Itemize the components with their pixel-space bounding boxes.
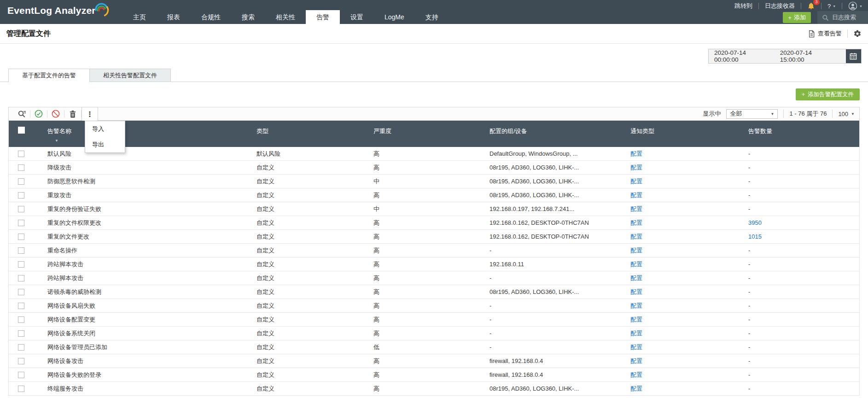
avatar-icon [848, 1, 857, 11]
pagination-range: 1 - 76 属于 76 [789, 110, 827, 118]
nav-item[interactable]: 设置 [340, 10, 374, 24]
enable-alert-button[interactable] [30, 107, 47, 120]
settings-button[interactable] [853, 29, 862, 38]
alert-severity: 高 [373, 246, 489, 255]
column-header-type[interactable]: 类型 [256, 121, 373, 147]
log-receiver-link[interactable]: 日志接收器 [765, 2, 795, 10]
add-button[interactable]: + 添加 [783, 12, 811, 23]
nav-item[interactable]: 主页 [122, 10, 157, 24]
row-checkbox[interactable] [18, 372, 24, 378]
row-checkbox[interactable] [18, 358, 24, 364]
search-filter-icon [17, 110, 26, 118]
configure-link[interactable]: 配置 [630, 178, 642, 185]
configure-link[interactable]: 配置 [630, 192, 642, 199]
alert-devices: 08r195, AD360, LOG360, LIHK-... [489, 192, 630, 199]
row-checkbox[interactable] [18, 344, 24, 351]
nav-item[interactable]: LogMe [374, 10, 415, 24]
alert-severity: 高 [373, 329, 489, 338]
row-checkbox[interactable] [18, 261, 24, 268]
alert-devices: 192.168.0.162, DESKTOP-0THC7AN [489, 219, 630, 226]
column-header-count[interactable]: 告警数量 [748, 121, 859, 147]
row-checkbox[interactable] [18, 316, 24, 323]
menu-item[interactable]: 导出 [85, 137, 125, 152]
row-checkbox[interactable] [18, 303, 24, 309]
page-size-select[interactable]: 100 ▼ [838, 111, 855, 117]
nav-item[interactable]: 合规性 [191, 10, 231, 24]
nav-item[interactable]: 告警 [306, 10, 340, 24]
configure-link[interactable]: 配置 [630, 288, 642, 295]
more-actions-button[interactable]: ⋮ [82, 107, 98, 121]
date-from: 2020-07-14 00:00:00 [714, 49, 771, 63]
nav-item[interactable]: 支持 [415, 10, 449, 24]
nav-item[interactable]: 报表 [157, 10, 191, 24]
configure-link[interactable]: 配置 [630, 302, 642, 309]
alert-severity: 高 [373, 233, 489, 241]
divider [783, 110, 784, 118]
configure-link[interactable]: 配置 [630, 357, 642, 364]
row-checkbox[interactable] [18, 164, 24, 171]
logo-text: EventLog Analyzer [7, 5, 96, 16]
row-checkbox[interactable] [18, 220, 24, 226]
disable-alert-button[interactable] [47, 107, 64, 120]
configure-link[interactable]: 配置 [630, 219, 642, 226]
alert-count: - [748, 192, 859, 199]
table-row: 降级攻击 自定义 高 08r195, AD360, LOG360, LIHK-.… [9, 161, 859, 175]
delete-alert-button[interactable] [64, 107, 81, 120]
column-header-severity[interactable]: 严重度 [373, 121, 489, 147]
configure-link[interactable]: 配置 [630, 344, 642, 351]
date-range-picker[interactable]: 2020-07-14 00:00:00 2020-07-14 15:00:00 [708, 49, 862, 64]
column-header-notification[interactable]: 通知类型 [630, 121, 748, 147]
log-search-box[interactable]: 日志搜索 [817, 11, 868, 24]
configure-link[interactable]: 配置 [630, 164, 642, 171]
alert-severity: 高 [373, 260, 489, 269]
column-header-name[interactable]: 告警名称 ▼ [38, 121, 256, 147]
row-checkbox[interactable] [18, 151, 24, 157]
row-checkbox[interactable] [18, 275, 24, 281]
configure-link[interactable]: 配置 [630, 385, 642, 392]
tab-correlation-alert-profiles[interactable]: 相关性告警配置文件 [90, 69, 171, 82]
menu-item[interactable]: 导入 [85, 121, 125, 137]
row-checkbox[interactable] [18, 289, 24, 295]
tab-profile-based-alerts[interactable]: 基于配置文件的告警 [8, 69, 90, 82]
row-checkbox[interactable] [18, 178, 24, 185]
table-row: 网络设备失败的登录 自定义 高 firewall, 192.168.0.4 配置… [9, 368, 859, 382]
alert-devices: - [489, 316, 630, 323]
notifications-button[interactable]: 3 [807, 2, 815, 10]
configure-link[interactable]: 配置 [630, 330, 642, 337]
configure-link[interactable]: 配置 [630, 247, 642, 254]
table-row: 防御恶意软件检测 自定义 中 08r195, AD360, LOG360, LI… [9, 175, 859, 188]
row-checkbox[interactable] [18, 386, 24, 392]
alert-severity: 中 [373, 205, 489, 213]
configure-link[interactable]: 配置 [630, 205, 642, 212]
showing-label: 显示中 [703, 110, 721, 118]
alert-type: 自定义 [256, 316, 373, 324]
configure-link[interactable]: 配置 [630, 371, 642, 378]
configure-link[interactable]: 配置 [630, 316, 642, 323]
app-logo[interactable]: EventLog Analyzer [7, 4, 110, 18]
user-menu-button[interactable]: ▼ [848, 1, 862, 11]
row-checkbox[interactable] [18, 247, 24, 254]
jump-to-link[interactable]: 跳转到 [734, 2, 752, 10]
configure-link[interactable]: 配置 [630, 233, 642, 240]
configure-link[interactable]: 配置 [630, 261, 642, 268]
alert-name: 网络设备管理员已添加 [38, 343, 256, 351]
nav-item[interactable]: 搜索 [231, 10, 265, 24]
configure-link[interactable]: 配置 [630, 275, 642, 281]
select-all-checkbox[interactable] [18, 127, 25, 134]
configure-link[interactable]: 配置 [630, 150, 642, 157]
help-menu-button[interactable]: ? ▼ [827, 3, 836, 10]
filter-select[interactable]: 全部 ▼ [726, 109, 778, 119]
plus-icon: + [788, 14, 792, 21]
row-checkbox[interactable] [18, 330, 24, 337]
calendar-button[interactable] [846, 49, 861, 63]
alert-name: 终端服务攻击 [38, 385, 256, 393]
row-checkbox[interactable] [18, 192, 24, 199]
row-checkbox[interactable] [18, 234, 24, 240]
column-header-devices[interactable]: 配置的组/设备 [489, 121, 630, 147]
alert-devices: - [489, 302, 630, 309]
search-alerts-button[interactable] [13, 107, 30, 120]
add-alert-profile-button[interactable]: + 添加告警配置文件 [796, 88, 860, 100]
view-alerts-button[interactable]: 查看告警 [808, 29, 842, 38]
nav-item[interactable]: 相关性 [265, 10, 306, 24]
row-checkbox[interactable] [18, 206, 24, 212]
